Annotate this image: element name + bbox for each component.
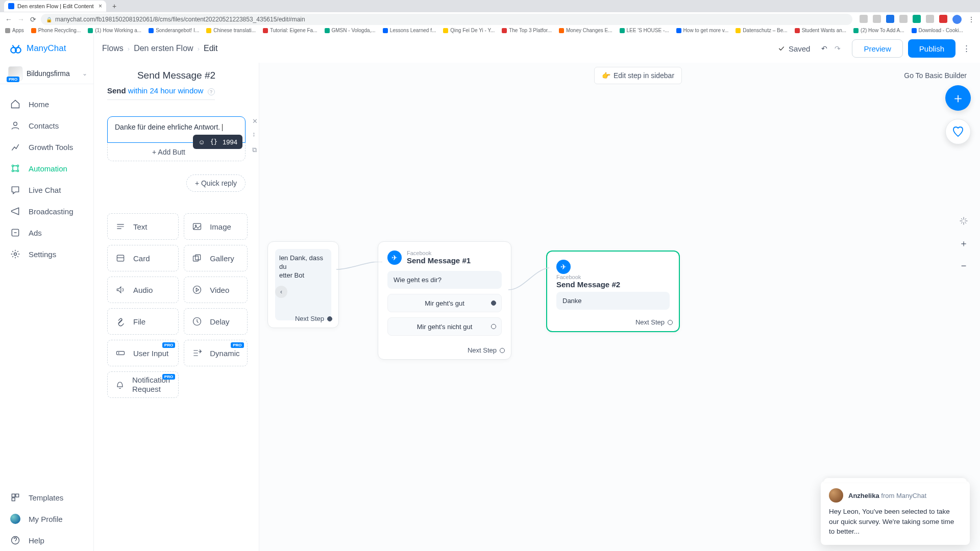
nav-broadcasting[interactable]: Broadcasting <box>0 201 93 222</box>
ext-icon[interactable] <box>899 15 908 23</box>
address-bar[interactable]: 🔒 manychat.com/fb198150208192061/8/cms/f… <box>41 14 852 25</box>
quick-reply-option[interactable]: Mir geht's gut <box>387 294 502 312</box>
bookmark-item[interactable]: Chinese translati... <box>206 28 256 33</box>
crumb-flows[interactable]: Flows <box>102 44 124 53</box>
input-icon <box>115 347 126 359</box>
browser-tab[interactable]: Den ersten Flow | Edit Content × <box>4 1 106 12</box>
add-step-fab[interactable]: ＋ <box>945 85 971 111</box>
bookmark-item[interactable]: Apps <box>5 28 24 33</box>
ext-icon[interactable] <box>873 15 881 23</box>
zoom-in-button[interactable]: ＋ <box>959 237 968 249</box>
ext-icon[interactable] <box>913 15 921 23</box>
nav-live-chat[interactable]: Live Chat <box>0 179 93 201</box>
variable-insert-icon[interactable]: {} <box>210 138 217 145</box>
block-file[interactable]: File <box>107 308 179 335</box>
pro-badge: PRO <box>162 374 175 380</box>
emoji-picker-icon[interactable]: ☺ <box>198 138 205 146</box>
nav-settings[interactable]: Settings <box>0 243 93 265</box>
bookmark-item[interactable]: Qing Fei De Yi - Y... <box>443 28 495 33</box>
add-quick-reply-button[interactable]: + Quick reply <box>186 174 246 192</box>
nav-growth-tools[interactable]: Growth Tools <box>0 136 93 158</box>
help-tooltip-icon[interactable]: ? <box>208 88 215 95</box>
workspace-switcher[interactable]: PRO Bildungsfirma ⌄ <box>0 63 93 84</box>
bookmark-item[interactable]: Download - Cooki... <box>912 28 963 33</box>
preview-button[interactable]: Preview <box>852 39 902 58</box>
bookmark-item[interactable]: (1) How Working a... <box>88 28 141 33</box>
nav-help[interactable]: Help <box>0 530 93 551</box>
svg-rect-10 <box>16 494 19 497</box>
zoom-out-button[interactable]: − <box>961 261 967 271</box>
nav-templates[interactable]: Templates <box>0 487 93 508</box>
output-port[interactable] <box>327 316 332 321</box>
ext-icon[interactable] <box>886 15 894 23</box>
bookmark-favicon <box>676 28 681 33</box>
edit-step-in-sidebar-pill[interactable]: 👉 Edit step in sidebar <box>594 67 682 84</box>
nav-home[interactable]: Home <box>0 93 93 115</box>
output-port[interactable] <box>500 348 505 353</box>
flow-node-send-message-1[interactable]: ✈ Facebook Send Message #1 Wie geht es d… <box>378 241 511 360</box>
nav-contacts[interactable]: Contacts <box>0 115 93 136</box>
block-gallery[interactable]: Gallery <box>184 245 247 271</box>
send-window-row[interactable]: Send within 24 hour window ? <box>107 86 215 100</box>
duplicate-icon[interactable]: ⧉ <box>252 146 258 154</box>
block-notification-request[interactable]: Notification RequestPRO <box>107 371 179 398</box>
collapse-panel-icon[interactable]: ‹ <box>275 286 287 298</box>
publish-button[interactable]: Publish <box>908 39 955 58</box>
bookmark-item[interactable]: (2) How To Add A... <box>853 28 904 33</box>
reload-icon[interactable]: ⟳ <box>29 15 38 24</box>
chrome-avatar[interactable] <box>952 15 962 24</box>
block-delay[interactable]: Delay <box>184 308 247 335</box>
bookmark-item[interactable]: Lessons Learned f... <box>383 28 436 33</box>
support-chat-popup[interactable]: Anzhelika from ManyChat Hey Leon, You've… <box>821 481 970 545</box>
quick-reply-option[interactable]: Mir geht's nicht gut <box>387 317 502 336</box>
ext-icon[interactable] <box>926 15 934 23</box>
node-footer: Next Step <box>635 318 673 326</box>
bookmark-item[interactable]: Money Changes E... <box>559 28 612 33</box>
favorite-fab[interactable] <box>945 119 971 144</box>
output-port[interactable] <box>491 324 496 329</box>
bookmark-item[interactable]: Datenschutz – Be... <box>736 28 787 33</box>
undo-button[interactable]: ↶ <box>821 44 827 53</box>
chevron-right-icon: › <box>128 45 130 53</box>
nav-label: Ads <box>29 229 42 237</box>
block-user-input[interactable]: User InputPRO <box>107 340 179 366</box>
bookmark-item[interactable]: The Top 3 Platfor... <box>502 28 552 33</box>
bookmark-item[interactable]: LEE 'S HOUSE -... <box>620 28 669 33</box>
nav-ads[interactable]: Ads <box>0 222 93 243</box>
bookmark-item[interactable]: GMSN - Vologda,... <box>325 28 376 33</box>
close-block-icon[interactable]: ✕ <box>252 117 258 125</box>
block-dynamic[interactable]: DynamicPRO <box>184 340 247 366</box>
back-icon[interactable]: ← <box>4 15 13 24</box>
flow-node-send-message-2[interactable]: ✈ Facebook Send Message #2 Danke Next St… <box>546 251 680 332</box>
bookmark-item[interactable]: How to get more v... <box>676 28 729 33</box>
new-tab-button[interactable]: + <box>109 1 119 11</box>
nav-my-profile[interactable]: My Profile <box>0 508 93 530</box>
bookmark-item[interactable]: Student Wants an... <box>795 28 846 33</box>
crumb-flow-name[interactable]: Den ersten Flow <box>134 44 193 53</box>
close-tab-icon[interactable]: × <box>99 3 102 10</box>
block-audio[interactable]: Audio <box>107 277 179 303</box>
bookmark-item[interactable]: Phone Recycling... <box>31 28 81 33</box>
auto-layout-icon[interactable] <box>959 216 969 226</box>
block-text[interactable]: Text <box>107 213 179 240</box>
nav-label: Home <box>29 100 49 109</box>
ext-icon[interactable] <box>939 15 947 23</box>
output-port[interactable] <box>668 320 673 325</box>
logo[interactable]: ManyChat <box>0 34 93 63</box>
redo-button[interactable]: ↷ <box>835 44 841 53</box>
forward-icon[interactable]: → <box>16 15 26 24</box>
resize-icon[interactable]: ↕ <box>252 130 258 138</box>
chrome-menu-icon[interactable]: ⋮ <box>967 15 976 24</box>
clock-icon <box>191 316 203 327</box>
block-image[interactable]: Image <box>184 213 247 240</box>
block-card[interactable]: Card <box>107 245 179 271</box>
bookmark-item[interactable]: Sonderangebot! I... <box>149 28 199 33</box>
flow-node-start[interactable]: len Dank, dass du etter Bot ‹ Next Step <box>267 241 339 328</box>
block-video[interactable]: Video <box>184 277 247 303</box>
nav-automation[interactable]: Automation <box>0 158 93 179</box>
go-to-basic-builder-button[interactable]: Go To Basic Builder <box>897 67 974 84</box>
more-menu-button[interactable]: ⋮ <box>961 39 972 58</box>
output-port[interactable] <box>491 300 496 306</box>
ext-icon[interactable] <box>860 15 868 23</box>
bookmark-item[interactable]: Tutorial: Eigene Fa... <box>263 28 317 33</box>
